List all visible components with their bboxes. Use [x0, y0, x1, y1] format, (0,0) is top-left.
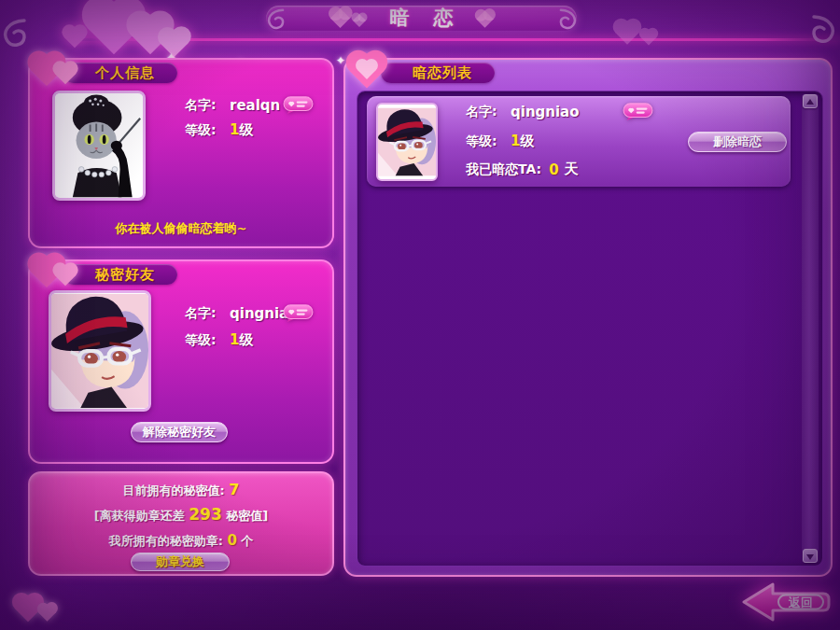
- medal-gap-prefix: [离获得勋章还差: [94, 509, 185, 523]
- name-label: 名字:: [466, 104, 511, 120]
- heart-message-icon: [623, 103, 653, 121]
- heart-message-icon: [283, 96, 314, 115]
- secret-friend-avatar: [49, 290, 151, 412]
- friend-level-row: 等级: 1级: [185, 331, 253, 349]
- name-value: qingniao: [511, 104, 580, 120]
- crush-list-item[interactable]: 名字: qingniao 等级: 1级 删除暗恋 我已暗恋TA: 0 天: [367, 96, 791, 187]
- secret-friend-panel: 秘密好友 名字: qingniao 等级: 1级 解除秘密好友: [28, 259, 334, 464]
- level-number: 1: [511, 133, 520, 149]
- personal-info-panel: 个人信息 名字: realqn 等级: 1级 你在被人偷偷暗恋着哟~: [28, 58, 334, 248]
- name-label: 名字:: [185, 97, 230, 114]
- level-label: 等级:: [466, 133, 511, 150]
- title-bar: 暗恋: [266, 6, 577, 31]
- page-title: 暗恋: [266, 6, 577, 31]
- secret-friend-header: 秘密好友: [63, 264, 177, 285]
- corner-swirl-left-icon: [0, 15, 28, 52]
- medal-count-value: 0: [227, 532, 236, 549]
- level-suffix: 级: [239, 331, 253, 348]
- medal-count-label: 我所拥有的秘密勋章:: [109, 534, 223, 548]
- level-label: 等级:: [185, 332, 230, 349]
- medal-gap-line: [离获得勋章还差 293 秘密值]: [30, 505, 332, 525]
- crush-status-message: 你在被人偷偷暗恋着哟~: [30, 220, 332, 237]
- name-value: realqn: [230, 97, 280, 114]
- personal-avatar: [52, 91, 146, 201]
- decor-hearts-topright: [611, 21, 677, 52]
- medal-count-suffix: 个: [241, 534, 253, 548]
- crush-message-button[interactable]: [623, 103, 653, 121]
- friend-name-row: 名字: qingniao: [185, 305, 299, 322]
- name-label: 名字:: [185, 305, 230, 322]
- days-label: 我已暗恋TA:: [466, 161, 541, 178]
- level-number: 1: [230, 121, 239, 138]
- level-number: 1: [230, 331, 239, 348]
- crush-list-header: 暗恋列表: [381, 63, 495, 83]
- delete-crush-button[interactable]: 删除暗恋: [688, 132, 787, 152]
- level-suffix: 级: [520, 133, 534, 149]
- crush-list-panel: 暗恋列表 名字: qingniao 等级: 1级 删除暗恋 我已暗恋TA:: [343, 58, 833, 577]
- personal-info-header: 个人信息: [63, 63, 177, 83]
- medal-count-line: 我所拥有的秘密勋章: 0 个: [30, 532, 332, 550]
- secret-value-line: 目前拥有的秘密值: 7: [30, 481, 332, 499]
- back-button-label: 返回: [788, 595, 813, 609]
- secret-value-label: 目前拥有的秘密值:: [123, 483, 225, 497]
- heart-message-icon: [283, 304, 314, 323]
- decor-hearts-bottomleft: [13, 594, 78, 627]
- days-unit: 天: [565, 161, 579, 178]
- corner-swirl-right-icon: [810, 11, 838, 49]
- decor-heart-cluster: [56, 0, 224, 65]
- personal-level-row: 等级: 1级: [185, 121, 253, 139]
- secret-value: 7: [229, 481, 239, 498]
- scrollbar-track[interactable]: [802, 94, 819, 563]
- crush-list-viewport: 名字: qingniao 等级: 1级 删除暗恋 我已暗恋TA: 0 天: [357, 91, 823, 567]
- crush-days-row: 我已暗恋TA: 0 天: [466, 161, 579, 178]
- decor-glow-line: [77, 38, 840, 41]
- personal-message-button[interactable]: [283, 96, 314, 115]
- medal-gap-suffix: 秘密值]: [226, 509, 268, 523]
- level-suffix: 级: [239, 121, 253, 138]
- crush-level-row: 等级: 1级: [466, 133, 534, 150]
- remove-secret-friend-button[interactable]: 解除秘密好友: [131, 422, 228, 442]
- back-arrow-icon: [744, 584, 829, 620]
- days-value: 0: [549, 161, 558, 178]
- medal-exchange-button[interactable]: 勋章兑换: [131, 553, 230, 571]
- friend-message-button[interactable]: [283, 304, 314, 323]
- medal-gap-value: 293: [189, 505, 222, 524]
- secret-stats-panel: 目前拥有的秘密值: 7 [离获得勋章还差 293 秘密值] 我所拥有的秘密勋章:…: [28, 471, 334, 576]
- scroll-up-button[interactable]: [803, 94, 818, 108]
- personal-name-row: 名字: realqn: [185, 97, 280, 114]
- level-label: 等级:: [185, 122, 230, 139]
- scroll-down-button[interactable]: [803, 549, 818, 563]
- crush-name-row: 名字: qingniao: [466, 104, 580, 120]
- crush-avatar: [376, 103, 438, 181]
- back-button[interactable]: 返回: [739, 580, 833, 624]
